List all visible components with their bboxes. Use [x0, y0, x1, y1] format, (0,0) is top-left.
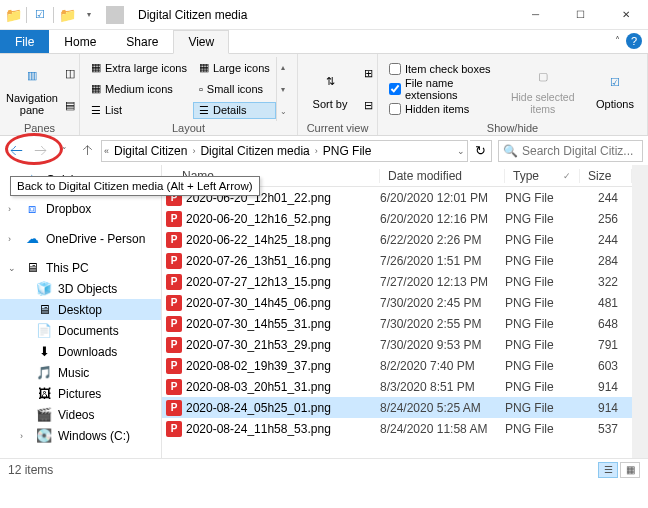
item-check-boxes[interactable]: Item check boxes [387, 59, 493, 79]
scrollbar[interactable] [632, 165, 648, 458]
breadcrumb-root-icon[interactable]: « [104, 146, 109, 156]
tab-view[interactable]: View [173, 30, 229, 54]
breadcrumb[interactable]: « Digital Citizen› Digital Citizen media… [101, 140, 468, 162]
address-bar: 🡠 🡢 ˅ 🡡 « Digital Citizen› Digital Citiz… [0, 136, 648, 165]
file-row[interactable]: P2020-08-02_19h39_37.png8/2/2020 7:40 PM… [162, 355, 632, 376]
file-list: P2020-06-20_12h01_22.png6/20/2020 12:01 … [162, 187, 632, 439]
sidebar-this-pc[interactable]: ⌄🖥This PC [0, 257, 161, 278]
tab-file[interactable]: File [0, 30, 49, 53]
maximize-button[interactable]: ☐ [558, 0, 603, 30]
view-details-icon[interactable]: ☰ [598, 462, 618, 478]
title-bar: 📁 ☑ 📁 ▾ Digital Citizen media ─ ☐ ✕ [0, 0, 648, 30]
collapse-ribbon-icon[interactable]: ˄ [615, 35, 620, 46]
navigation-pane-button[interactable]: ▥ Navigation pane [5, 57, 59, 121]
layout-extra-large[interactable]: ▦Extra large icons [85, 59, 193, 76]
options-icon: ☑ [601, 68, 629, 96]
png-file-icon: P [166, 358, 182, 374]
recent-locations-button[interactable]: ˅ [53, 140, 75, 162]
sidebar-item-videos[interactable]: 🎬Videos [0, 404, 161, 425]
sidebar-item-desktop[interactable]: 🖥Desktop [0, 299, 161, 320]
layout-scroll-down[interactable]: ▾ [277, 79, 290, 99]
forward-button[interactable]: 🡢 [29, 140, 51, 162]
layout-medium[interactable]: ▦Medium icons [85, 80, 193, 97]
refresh-button[interactable]: ↻ [470, 140, 492, 162]
hide-selected-icon: ▢ [529, 62, 557, 90]
back-tooltip: Back to Digital Citizen media (Alt + Lef… [10, 176, 260, 196]
png-file-icon: P [166, 211, 182, 227]
png-file-icon: P [166, 295, 182, 311]
layout-details[interactable]: ☰Details [193, 102, 276, 119]
layout-large[interactable]: ▦Large icons [193, 59, 276, 76]
tab-home[interactable]: Home [49, 30, 111, 53]
file-row[interactable]: P2020-07-30_21h53_29.png7/30/2020 9:53 P… [162, 334, 632, 355]
ribbon-tabs: File Home Share View ˄ ? [0, 30, 648, 54]
tab-share[interactable]: Share [111, 30, 173, 53]
search-box[interactable]: 🔍 Search Digital Citiz... [498, 140, 643, 162]
hide-selected-button[interactable]: ▢ Hide selected items [497, 57, 588, 121]
layout-scroll-up[interactable]: ▴ [277, 57, 290, 77]
navigation-pane-icon: ▥ [18, 62, 46, 90]
column-type[interactable]: Type✓ [505, 169, 580, 183]
layout-list[interactable]: ☰List [85, 102, 193, 119]
help-icon[interactable]: ? [626, 33, 642, 49]
png-file-icon: P [166, 316, 182, 332]
folder-icon: 📁 [58, 6, 76, 24]
file-row[interactable]: P2020-07-27_12h13_15.png7/27/2020 12:13 … [162, 271, 632, 292]
preview-pane-button[interactable]: ◫ [59, 63, 81, 84]
navigation-sidebar: ★Quick access ›⧈Dropbox ›☁OneDrive - Per… [0, 165, 162, 458]
details-pane-button[interactable]: ▤ [59, 95, 81, 116]
sidebar-item-pictures[interactable]: 🖼Pictures [0, 383, 161, 404]
file-name-extensions[interactable]: File name extensions [387, 79, 493, 99]
file-row[interactable]: P2020-07-26_13h51_16.png7/26/2020 1:51 P… [162, 250, 632, 271]
qat-dropdown-icon[interactable]: ▾ [80, 6, 98, 24]
search-icon: 🔍 [503, 144, 518, 158]
column-size[interactable]: Size [580, 169, 632, 183]
png-file-icon: P [166, 337, 182, 353]
png-file-icon: P [166, 253, 182, 269]
sort-by-button[interactable]: ⇅ Sort by [303, 57, 357, 121]
close-button[interactable]: ✕ [603, 0, 648, 30]
png-file-icon: P [166, 232, 182, 248]
breadcrumb-dropdown[interactable]: ⌄ [457, 146, 465, 156]
ribbon: ▥ Navigation pane ◫ ▤ Panes ▦Extra large… [0, 54, 648, 136]
add-columns-button[interactable]: ⊞ [357, 63, 379, 84]
layout-small[interactable]: ▫Small icons [193, 81, 276, 97]
item-count: 12 items [8, 463, 53, 477]
file-row[interactable]: P2020-08-24_05h25_01.png8/24/2020 5:25 A… [162, 397, 632, 418]
png-file-icon: P [166, 400, 182, 416]
column-date[interactable]: Date modified [380, 169, 505, 183]
sidebar-item-music[interactable]: 🎵Music [0, 362, 161, 383]
sidebar-item-downloads[interactable]: ⬇Downloads [0, 341, 161, 362]
sidebar-item-documents[interactable]: 📄Documents [0, 320, 161, 341]
png-file-icon: P [166, 274, 182, 290]
file-row[interactable]: P2020-07-30_14h55_31.png7/30/2020 2:55 P… [162, 313, 632, 334]
size-columns-button[interactable]: ⊟ [357, 95, 379, 116]
file-row[interactable]: P2020-08-24_11h58_53.png8/24/2020 11:58 … [162, 418, 632, 439]
up-button[interactable]: 🡡 [77, 140, 99, 162]
file-row[interactable]: P2020-07-30_14h45_06.png7/30/2020 2:45 P… [162, 292, 632, 313]
file-row[interactable]: P2020-06-22_14h25_18.png6/22/2020 2:26 P… [162, 229, 632, 250]
sidebar-item-windows-c-[interactable]: ›💽Windows (C:) [0, 425, 161, 446]
file-row[interactable]: P2020-06-20_12h16_52.png6/20/2020 12:16 … [162, 208, 632, 229]
options-button[interactable]: ☑ Options [588, 57, 642, 121]
status-bar: 12 items ☰ ▦ [0, 458, 648, 480]
view-thumbnails-icon[interactable]: ▦ [620, 462, 640, 478]
sidebar-dropbox[interactable]: ›⧈Dropbox [0, 198, 161, 220]
hidden-items[interactable]: Hidden items [387, 99, 493, 119]
sidebar-onedrive[interactable]: ›☁OneDrive - Person [0, 228, 161, 249]
quickaccess-pin-icon[interactable]: ☑ [31, 6, 49, 24]
window-title: Digital Citizen media [132, 8, 513, 22]
back-button[interactable]: 🡠 [5, 140, 27, 162]
file-row[interactable]: P2020-08-03_20h51_31.png8/3/2020 8:51 PM… [162, 376, 632, 397]
sort-icon: ⇅ [316, 68, 344, 96]
png-file-icon: P [166, 379, 182, 395]
folder-icon: 📁 [4, 6, 22, 24]
sidebar-item-3d-objects[interactable]: 🧊3D Objects [0, 278, 161, 299]
minimize-button[interactable]: ─ [513, 0, 558, 30]
png-file-icon: P [166, 421, 182, 437]
layout-expand[interactable]: ⌄ [277, 101, 290, 121]
